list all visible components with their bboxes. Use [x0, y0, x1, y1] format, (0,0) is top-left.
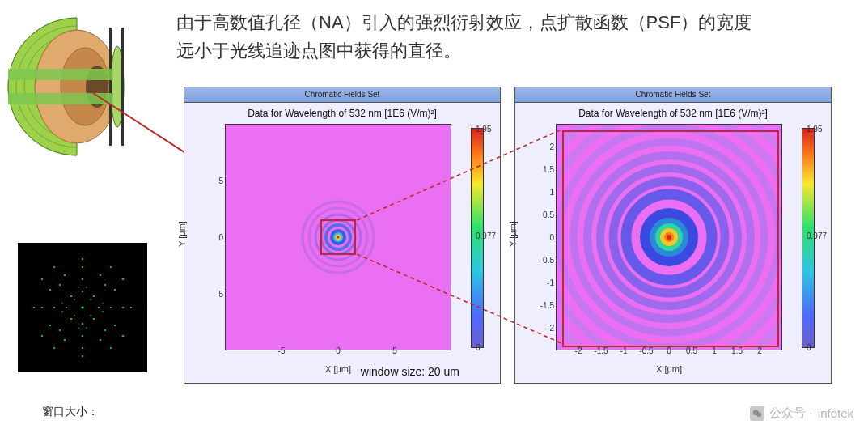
panel-titlebar: Chromatic Fields Set: [515, 87, 831, 102]
yticks-left: 5 0 -5: [201, 124, 223, 350]
svg-point-44: [122, 278, 124, 280]
svg-point-16: [93, 295, 95, 297]
svg-point-47: [53, 266, 55, 268]
svg-point-37: [64, 339, 66, 341]
svg-point-34: [114, 325, 116, 326]
plot-area-right: [556, 124, 782, 350]
svg-point-60: [86, 287, 87, 288]
ray-trace-spot-diagram: [18, 243, 147, 372]
svg-point-14: [82, 323, 83, 325]
svg-point-27: [41, 307, 43, 308]
svg-point-25: [59, 329, 61, 331]
svg-point-49: [53, 347, 55, 349]
svg-point-10: [82, 307, 83, 308]
svg-point-17: [70, 318, 72, 320]
svg-point-21: [82, 278, 83, 280]
svg-point-13: [82, 291, 83, 292]
svg-point-28: [122, 307, 124, 308]
svg-point-12: [98, 307, 100, 308]
svg-point-54: [90, 315, 91, 316]
window-size-label: window size: 20 um: [361, 365, 459, 378]
svg-point-52: [90, 299, 91, 300]
svg-point-95: [757, 412, 762, 417]
svg-point-38: [100, 339, 101, 341]
svg-point-59: [78, 287, 79, 288]
svg-point-39: [33, 307, 35, 308]
yticks-right: 2 1.5 1 0.5 0 -0.5 -1 -1.5 -2: [531, 124, 554, 350]
plot-area-left: [225, 124, 451, 350]
svg-point-19: [53, 307, 55, 308]
zoom-frame: [562, 130, 779, 347]
svg-point-26: [104, 329, 106, 331]
xlabel: X [μm]: [556, 364, 782, 374]
xticks-right: -2 -1.5 -1 -0.5 0 0.5 1 1.5 2: [556, 346, 782, 356]
svg-point-30: [82, 347, 83, 349]
svg-point-41: [82, 258, 83, 260]
svg-rect-7: [8, 93, 113, 104]
zoom-box-indicator: [320, 219, 356, 255]
svg-point-45: [41, 335, 43, 337]
svg-point-36: [100, 274, 101, 276]
svg-point-61: [78, 327, 79, 329]
svg-point-40: [130, 307, 132, 308]
plot-title: Data for Wavelength of 532 nm [1E6 (V/m)…: [515, 108, 831, 119]
slide-page: 由于高数值孔径（NA）引入的强烈衍射效应，点扩散函数（PSF）的宽度远小于光线追…: [0, 0, 868, 429]
watermark-name: infotek: [818, 406, 853, 420]
xticks-left: -5 0 5: [225, 346, 451, 356]
svg-point-51: [74, 299, 75, 300]
psf-panel-zoom: Chromatic Fields Set Data for Wavelength…: [514, 87, 832, 384]
svg-point-62: [86, 327, 87, 329]
svg-point-29: [82, 266, 83, 268]
svg-point-48: [110, 266, 112, 268]
svg-point-35: [64, 274, 66, 276]
svg-point-58: [102, 311, 104, 312]
svg-point-24: [104, 284, 106, 286]
psf-panel-20um: Chromatic Fields Set Data for Wavelength…: [184, 87, 501, 384]
svg-point-57: [61, 311, 63, 312]
footer-label: 窗口大小：: [42, 405, 99, 419]
svg-point-23: [59, 284, 61, 286]
svg-point-33: [49, 325, 51, 326]
svg-point-15: [70, 295, 72, 297]
wechat-icon: [750, 406, 764, 421]
svg-rect-4: [109, 28, 112, 146]
svg-rect-6: [8, 69, 113, 80]
svg-point-53: [74, 315, 75, 316]
svg-point-22: [82, 335, 83, 337]
svg-point-32: [114, 289, 116, 291]
description-text: 由于高数值孔径（NA）引入的强烈衍射效应，点扩散函数（PSF）的宽度远小于光线追…: [176, 8, 759, 65]
eye-lens-illustration: [0, 10, 154, 172]
svg-point-50: [110, 347, 112, 349]
svg-point-55: [61, 303, 63, 304]
watermark-prefix: 公众号 ·: [769, 406, 812, 421]
panel-titlebar: Chromatic Fields Set: [184, 87, 500, 102]
svg-point-18: [93, 318, 95, 320]
svg-point-43: [41, 278, 43, 280]
ylabel: Y [μm]: [177, 221, 187, 247]
svg-rect-5: [121, 28, 124, 146]
svg-point-11: [66, 307, 67, 308]
svg-point-20: [110, 307, 112, 308]
ylabel: Y [μm]: [508, 221, 518, 247]
svg-point-42: [82, 355, 83, 357]
watermark: 公众号 · infotek: [750, 406, 853, 421]
plot-title: Data for Wavelength of 532 nm [1E6 (V/m)…: [184, 108, 500, 119]
svg-point-31: [49, 289, 51, 291]
svg-point-46: [122, 335, 124, 337]
svg-point-56: [102, 303, 104, 304]
